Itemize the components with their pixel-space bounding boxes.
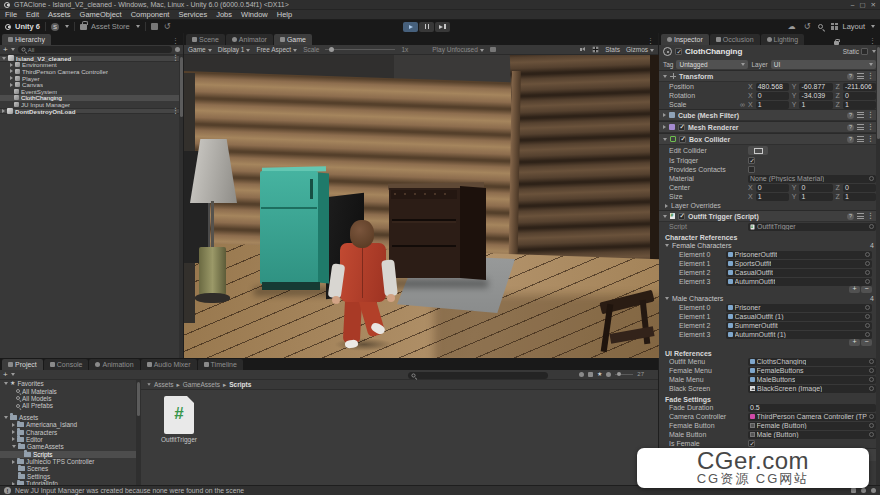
layout-dropdown[interactable]: Layout (831, 22, 875, 31)
presets-icon[interactable] (857, 112, 864, 118)
help-icon[interactable]: ? (847, 213, 854, 220)
tree-editor[interactable]: Editor (0, 436, 136, 443)
menu-jobs[interactable]: Jobs (216, 10, 232, 19)
object-picker-icon[interactable] (869, 377, 874, 382)
breadcrumb-scripts[interactable]: Scripts (229, 381, 251, 388)
edit-collider-button[interactable] (748, 146, 768, 155)
thumbnail-size-slider[interactable] (615, 374, 633, 375)
rotation-y-field[interactable]: -34.039 (799, 92, 832, 100)
active-checkbox[interactable] (675, 48, 682, 55)
scale-x-field[interactable]: 1 (756, 101, 789, 109)
size-y-field[interactable]: 1 (799, 193, 832, 201)
object-reference-field[interactable]: Prisoner (726, 304, 872, 312)
cloud-icon[interactable]: ☁ (788, 22, 796, 31)
component-menu-icon[interactable]: ⋮ (867, 135, 876, 143)
remove-element-button[interactable]: − (861, 339, 872, 346)
center-y-field[interactable]: 0 (799, 184, 832, 192)
position-x-field[interactable]: 480.568 (756, 83, 789, 91)
foldout-open-icon[interactable] (663, 138, 667, 141)
foldout-closed-icon[interactable] (665, 204, 668, 208)
panel-menu-icon[interactable]: ⋮ (869, 37, 878, 45)
account-avatar[interactable]: S (51, 23, 59, 31)
tree-all-prefabs[interactable]: All Prefabs (0, 402, 136, 409)
play-button[interactable] (403, 22, 418, 32)
breadcrumb-gameassets[interactable]: GameAssets (183, 381, 220, 388)
size-x-field[interactable]: 1 (756, 193, 789, 201)
fade-duration-field[interactable]: 0.5 (748, 404, 876, 412)
progress-icon[interactable] (851, 488, 856, 493)
component-menu-icon[interactable]: ⋮ (867, 123, 876, 131)
maximize-button[interactable]: ▢ (859, 1, 865, 9)
tab-inspector[interactable]: Inspector (661, 34, 709, 45)
game-viewport[interactable] (184, 55, 659, 358)
stats-button[interactable]: Stats (605, 46, 620, 53)
link-scale-icon[interactable]: ∞ (740, 101, 745, 108)
mute-audio-icon[interactable] (580, 47, 586, 52)
male-characters-foldout[interactable]: Male Characters 4 (659, 294, 880, 303)
mesh-filter-header[interactable]: Cube (Mesh Filter) ? ⋮ (659, 109, 880, 121)
menu-assets[interactable]: Assets (48, 10, 71, 19)
aspect-dropdown[interactable]: Free Aspect (256, 46, 297, 53)
breadcrumb-assets[interactable]: Assets (154, 381, 174, 388)
foldout-closed-icon[interactable] (663, 113, 666, 117)
tree-all-materials[interactable]: All Materials (0, 387, 136, 394)
slider-thumb[interactable] (329, 47, 334, 52)
array-count[interactable]: 4 (870, 242, 874, 249)
help-icon[interactable]: ? (847, 136, 854, 143)
object-picker-icon[interactable] (869, 432, 874, 437)
collab-history-icon[interactable]: ↺ (164, 22, 171, 31)
menu-help[interactable]: Help (277, 10, 292, 19)
object-picker-icon[interactable] (865, 323, 870, 328)
tab-occlusion[interactable]: Occlusion (710, 34, 760, 45)
object-picker-icon[interactable] (869, 368, 874, 373)
add-gameobject-button[interactable]: + (3, 45, 15, 54)
tab-animator[interactable]: Animator (226, 34, 273, 45)
object-reference-field[interactable]: SummerOutfit (726, 322, 872, 330)
component-menu-icon[interactable]: ⋮ (867, 111, 876, 119)
object-reference-field[interactable]: MaleButtons (748, 376, 876, 384)
object-reference-field[interactable]: Female (Button) (748, 422, 876, 430)
account-dropdown[interactable]: S (51, 23, 69, 31)
tree-settings[interactable]: Settings (0, 473, 136, 480)
center-x-field[interactable]: 0 (756, 184, 789, 192)
object-reference-field[interactable]: CasualOutfit (726, 269, 872, 277)
object-reference-field[interactable]: PrisonerOutfit (726, 251, 872, 259)
female-characters-foldout[interactable]: Female Characters 4 (659, 241, 880, 250)
pause-button[interactable] (419, 22, 434, 32)
object-reference-field[interactable]: AutumnOutfit (1) (726, 331, 872, 339)
close-button[interactable]: ✕ (871, 1, 876, 9)
save-search-star-icon[interactable]: ★ (597, 372, 602, 377)
display-dropdown[interactable]: Display 1 (218, 46, 251, 53)
vsync-grid-icon[interactable] (593, 47, 599, 53)
gameobject-gizmo-icon[interactable] (663, 47, 672, 56)
hierarchy-scrollbar[interactable] (179, 55, 183, 358)
script-field[interactable]: OutfitTrigger (748, 223, 876, 231)
tree-assets[interactable]: Assets (0, 414, 136, 421)
foldout-open-icon[interactable] (665, 297, 669, 300)
tag-dropdown[interactable]: Untagged (676, 60, 748, 69)
scale-slider[interactable] (325, 49, 395, 50)
enabled-checkbox[interactable] (679, 136, 686, 143)
presets-icon[interactable] (857, 213, 864, 219)
foldout-closed-icon[interactable] (10, 76, 13, 80)
static-checkbox[interactable] (861, 48, 868, 55)
box-collider-header[interactable]: Box Collider ? ⋮ (659, 133, 880, 145)
tab-audio-mixer[interactable]: Audio Mixer (141, 359, 197, 370)
object-picker-icon[interactable] (865, 314, 870, 319)
enabled-checkbox[interactable] (678, 124, 685, 131)
foldout-open-icon[interactable] (665, 244, 669, 247)
presets-icon[interactable] (857, 73, 864, 79)
object-reference-field[interactable]: ThirdPerson Camera Controller (TPS Car (748, 413, 876, 421)
help-icon[interactable]: ? (847, 112, 854, 119)
gizmos-dropdown[interactable]: Gizmos (626, 46, 654, 53)
tree-characters[interactable]: Characters (0, 428, 136, 435)
component-menu-icon[interactable]: ⋮ (867, 212, 876, 220)
object-picker-icon[interactable] (869, 386, 874, 391)
menu-window[interactable]: Window (241, 10, 268, 19)
component-menu-icon[interactable]: ⋮ (867, 72, 876, 80)
tab-hierarchy[interactable]: Hierarchy (2, 34, 51, 45)
presets-icon[interactable] (857, 124, 864, 130)
object-picker-icon[interactable] (865, 305, 870, 310)
scale-z-field[interactable]: 1 (843, 101, 876, 109)
position-z-field[interactable]: -211.606 (843, 83, 876, 91)
